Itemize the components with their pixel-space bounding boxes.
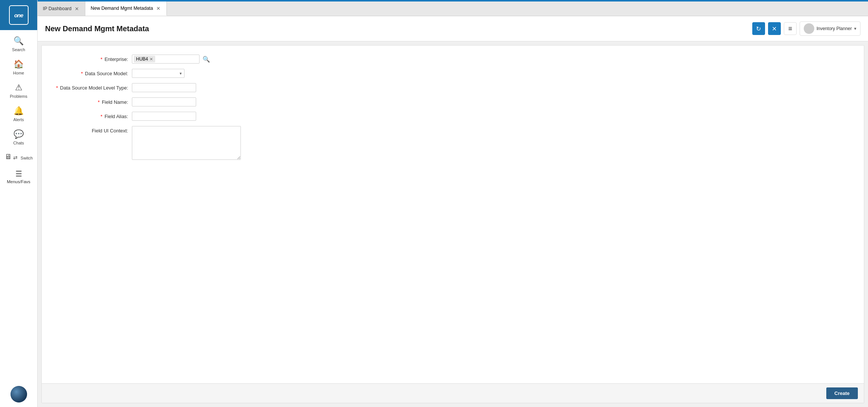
sidebar-item-label: Home bbox=[13, 71, 24, 75]
menu-icon: ☰ bbox=[15, 169, 22, 178]
switch-arrows-icon: ⇄ bbox=[13, 155, 18, 161]
field-ui-context-field-wrap bbox=[132, 126, 241, 160]
chat-icon: 💬 bbox=[14, 129, 24, 139]
enterprise-tag-input[interactable]: HUB4 ✕ bbox=[132, 55, 200, 64]
close-button[interactable]: ✕ bbox=[768, 22, 781, 35]
bottom-bar: Create bbox=[42, 383, 864, 403]
field-name-input[interactable] bbox=[132, 97, 196, 106]
required-star: * bbox=[100, 56, 102, 62]
form-container: * Enterprise: HUB4 ✕ 🔍 * bbox=[41, 45, 864, 403]
user-avatar bbox=[804, 23, 814, 34]
home-icon: 🏠 bbox=[14, 59, 24, 69]
sidebar-item-label: Menus/Favs bbox=[7, 179, 30, 184]
required-star: * bbox=[98, 99, 100, 105]
form-row-field-ui-context: Field UI Context: bbox=[49, 126, 856, 160]
sidebar-item-problems[interactable]: ⚠ Problems bbox=[0, 78, 37, 102]
sidebar-item-label: Switch bbox=[21, 156, 33, 160]
sidebar-item-alerts[interactable]: 🔔 Alerts bbox=[0, 102, 37, 125]
refresh-button[interactable]: ↻ bbox=[752, 22, 765, 35]
form-row-field-name: * Field Name: bbox=[49, 97, 856, 106]
sidebar-item-home[interactable]: 🏠 Home bbox=[0, 55, 37, 78]
field-name-label: * Field Name: bbox=[49, 97, 132, 105]
bell-icon: 🔔 bbox=[14, 106, 24, 116]
data-source-level-type-input[interactable] bbox=[132, 83, 196, 92]
main-area: IP Dashboard ✕ New Demand Mgmt Metadata … bbox=[38, 0, 868, 407]
field-alias-label: * Field Alias: bbox=[49, 112, 132, 119]
sidebar-item-label: Problems bbox=[10, 94, 27, 99]
field-alias-input[interactable] bbox=[132, 112, 196, 121]
user-name: Inventory Planner bbox=[817, 26, 852, 31]
required-star: * bbox=[56, 85, 58, 91]
data-source-level-type-field-wrap bbox=[132, 83, 196, 92]
header-actions: ↻ ✕ ≡ Inventory Planner ▾ bbox=[752, 21, 860, 36]
avatar-image bbox=[11, 386, 27, 402]
form-body: * Enterprise: HUB4 ✕ 🔍 * bbox=[42, 46, 864, 174]
tag-remove-button[interactable]: ✕ bbox=[150, 57, 153, 62]
sidebar-item-label: Chats bbox=[13, 141, 24, 145]
avatar[interactable] bbox=[11, 386, 27, 402]
content-header: New Demand Mgmt Metadata ↻ ✕ ≡ Inventory… bbox=[38, 16, 868, 41]
field-ui-context-textarea[interactable] bbox=[132, 126, 241, 160]
page-title: New Demand Mgmt Metadata bbox=[45, 24, 752, 33]
enterprise-field-wrap: HUB4 ✕ 🔍 bbox=[132, 55, 211, 64]
dropdown-arrow-icon: ▾ bbox=[854, 26, 856, 31]
enterprise-search-button[interactable]: 🔍 bbox=[202, 55, 211, 64]
required-star: * bbox=[100, 114, 102, 119]
enterprise-label: * Enterprise: bbox=[49, 55, 132, 62]
menu-button[interactable]: ≡ bbox=[784, 22, 797, 35]
warning-icon: ⚠ bbox=[15, 83, 23, 93]
sidebar: one 🔍 Search 🏠 Home ⚠ Problems 🔔 Alerts … bbox=[0, 0, 38, 407]
tab-close-new-demand[interactable]: ✕ bbox=[155, 5, 161, 11]
data-source-model-select[interactable] bbox=[132, 69, 177, 77]
form-row-data-source-level-type: * Data Source Model Level Type: bbox=[49, 83, 856, 92]
sidebar-item-label: Search bbox=[12, 47, 25, 52]
sidebar-bottom bbox=[0, 386, 37, 407]
form-row-enterprise: * Enterprise: HUB4 ✕ 🔍 bbox=[49, 55, 856, 64]
create-button[interactable]: Create bbox=[826, 387, 858, 399]
sidebar-item-label: Alerts bbox=[13, 117, 24, 122]
sidebar-item-chats[interactable]: 💬 Chats bbox=[0, 125, 37, 148]
user-dropdown[interactable]: Inventory Planner ▾ bbox=[800, 21, 860, 36]
form-row-field-alias: * Field Alias: bbox=[49, 112, 856, 121]
sidebar-logo[interactable]: one bbox=[0, 0, 37, 30]
tab-new-demand[interactable]: New Demand Mgmt Metadata ✕ bbox=[85, 2, 167, 16]
data-source-level-type-label: * Data Source Model Level Type: bbox=[49, 83, 132, 91]
data-source-model-field-wrap: ▾ bbox=[132, 69, 184, 78]
switch-icon: 🖥 bbox=[5, 153, 12, 161]
field-alias-field-wrap bbox=[132, 112, 196, 121]
sidebar-item-menus[interactable]: ☰ Menus/Favs bbox=[0, 166, 37, 187]
data-source-model-select-wrap[interactable]: ▾ bbox=[132, 69, 184, 78]
tab-label: IP Dashboard bbox=[43, 6, 71, 11]
search-icon: 🔍 bbox=[14, 36, 24, 46]
form-row-data-source-model: * Data Source Model: ▾ bbox=[49, 69, 856, 78]
field-ui-context-label: Field UI Context: bbox=[49, 126, 132, 134]
logo-box: one bbox=[9, 5, 29, 25]
data-source-model-label: * Data Source Model: bbox=[49, 69, 132, 76]
tab-ip-dashboard[interactable]: IP Dashboard ✕ bbox=[38, 2, 85, 16]
tab-label: New Demand Mgmt Metadata bbox=[91, 6, 153, 11]
required-star: * bbox=[81, 71, 83, 76]
field-name-field-wrap bbox=[132, 97, 196, 106]
enterprise-tag: HUB4 ✕ bbox=[134, 56, 155, 62]
tab-close-ip-dashboard[interactable]: ✕ bbox=[74, 6, 80, 12]
select-arrow-icon: ▾ bbox=[177, 71, 184, 76]
sidebar-item-switch[interactable]: 🖥 ⇄ Switch bbox=[0, 148, 37, 166]
tab-bar: IP Dashboard ✕ New Demand Mgmt Metadata … bbox=[38, 2, 868, 16]
sidebar-item-search[interactable]: 🔍 Search bbox=[0, 32, 37, 55]
